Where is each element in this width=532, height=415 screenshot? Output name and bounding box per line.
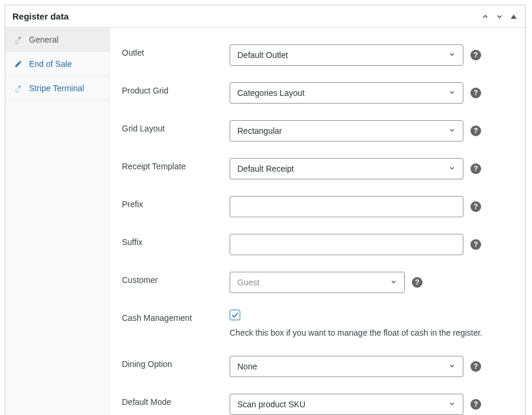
input-prefix[interactable] (230, 196, 463, 217)
label-suffix: Suffix (122, 234, 230, 247)
control-prefix: ? (230, 196, 513, 217)
checkbox-cash-management[interactable] (230, 310, 240, 320)
input-suffix[interactable] (230, 234, 463, 255)
help-icon[interactable]: ? (470, 399, 481, 410)
chevron-down-icon (449, 50, 456, 60)
panel-header-controls (481, 12, 518, 21)
chevron-down-icon (449, 164, 456, 173)
control-receipt-template: Default Receipt ? (230, 158, 513, 179)
field-dining-option: Dining Option None ? (122, 348, 513, 385)
field-product-grid: Product Grid Categories Layout ? (122, 74, 513, 112)
field-suffix: Suffix ? (122, 226, 513, 263)
select-value: None (237, 362, 257, 371)
control-cash-management: Check this box if you want to manage the… (230, 310, 513, 339)
help-icon[interactable]: ? (412, 277, 423, 288)
select-outlet[interactable]: Default Outlet (230, 44, 463, 66)
wrench-icon (14, 35, 23, 44)
help-icon[interactable]: ? (470, 239, 481, 250)
edit-icon (14, 59, 23, 69)
control-outlet: Default Outlet ? (230, 44, 513, 66)
field-outlet: Outlet Default Outlet ? (122, 36, 513, 74)
select-value: Default Receipt (237, 164, 294, 173)
field-grid-layout: Grid Layout Rectangular ? (122, 112, 513, 150)
field-prefix: Prefix ? (122, 188, 513, 226)
label-dining-option: Dining Option (122, 356, 230, 369)
control-suffix: ? (230, 234, 513, 255)
sidebar-item-label: Stripe Terminal (29, 83, 84, 93)
field-receipt-template: Receipt Template Default Receipt ? (122, 150, 513, 188)
panel-body: General End of Sale Stripe Terminal Outl… (5, 28, 525, 415)
wrench-icon (14, 83, 23, 93)
chevron-down-icon (449, 362, 456, 371)
sidebar-item-general[interactable]: General (5, 28, 109, 52)
select-value: Guest (237, 278, 259, 287)
settings-sidebar: General End of Sale Stripe Terminal (5, 28, 110, 415)
panel-header: Register data (5, 5, 525, 28)
control-default-mode: Scan product SKU ? (230, 394, 513, 415)
select-dining-option[interactable]: None (230, 356, 463, 377)
label-prefix: Prefix (122, 196, 230, 209)
field-default-mode: Default Mode Scan product SKU ? (122, 385, 513, 415)
help-icon[interactable]: ? (470, 50, 481, 60)
cash-management-description: Check this box if you want to manage the… (230, 326, 508, 339)
label-grid-layout: Grid Layout (122, 120, 230, 133)
help-icon[interactable]: ? (470, 201, 481, 212)
chevron-down-icon (449, 400, 456, 409)
chevron-up-icon[interactable] (481, 12, 489, 21)
help-icon[interactable]: ? (470, 361, 481, 372)
sidebar-item-label: End of Sale (29, 59, 72, 69)
help-icon[interactable]: ? (470, 163, 481, 174)
select-value: Scan product SKU (237, 400, 305, 409)
help-icon[interactable]: ? (470, 88, 481, 98)
select-value: Default Outlet (237, 50, 288, 60)
chevron-down-icon (390, 278, 397, 287)
chevron-down-icon[interactable] (495, 12, 504, 21)
sidebar-item-label: General (29, 35, 59, 44)
control-dining-option: None ? (230, 356, 513, 377)
chevron-down-icon (449, 126, 456, 136)
panel-title: Register data (12, 11, 69, 21)
label-cash-management: Cash Management (122, 310, 230, 323)
chevron-down-icon (449, 88, 456, 98)
register-data-panel: Register data General (5, 5, 525, 415)
control-customer: Guest ? (230, 272, 513, 293)
select-customer[interactable]: Guest (230, 272, 405, 293)
svg-marker-0 (511, 15, 516, 18)
select-value: Rectangular (237, 126, 282, 136)
sidebar-item-stripe-terminal[interactable]: Stripe Terminal (5, 76, 109, 101)
select-product-grid[interactable]: Categories Layout (230, 82, 463, 104)
label-product-grid: Product Grid (122, 82, 230, 95)
control-grid-layout: Rectangular ? (230, 120, 513, 141)
label-customer: Customer (122, 272, 230, 285)
help-icon[interactable]: ? (470, 126, 481, 136)
field-cash-management: Cash Management Check this box if you wa… (122, 301, 513, 348)
select-default-mode[interactable]: Scan product SKU (230, 394, 463, 415)
label-receipt-template: Receipt Template (122, 158, 230, 171)
label-outlet: Outlet (122, 44, 230, 57)
control-product-grid: Categories Layout ? (230, 82, 513, 104)
collapse-triangle-icon[interactable] (510, 12, 518, 21)
label-default-mode: Default Mode (122, 394, 230, 407)
field-customer: Customer Guest ? (122, 263, 513, 301)
sidebar-item-end-of-sale[interactable]: End of Sale (5, 52, 109, 76)
select-grid-layout[interactable]: Rectangular (230, 120, 463, 141)
select-value: Categories Layout (237, 88, 305, 98)
settings-content: Outlet Default Outlet ? Product Grid Cat… (110, 28, 525, 415)
select-receipt-template[interactable]: Default Receipt (230, 158, 463, 179)
